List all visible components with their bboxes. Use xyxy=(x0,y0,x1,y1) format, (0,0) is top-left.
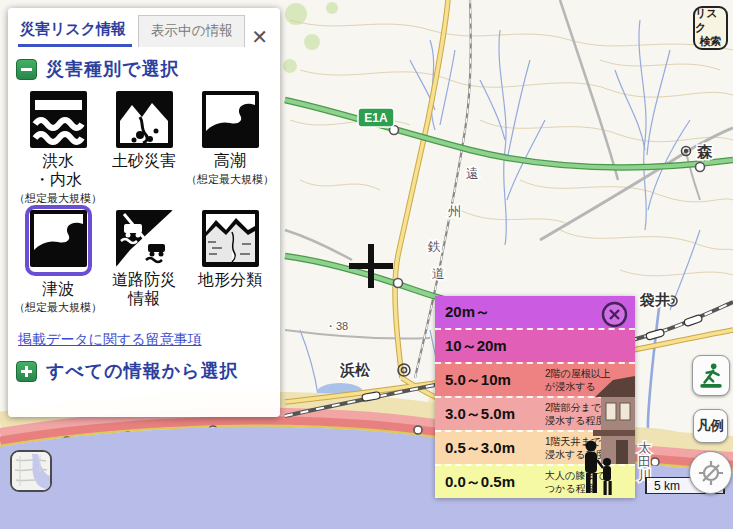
disaster-type-landslide[interactable]: 土砂災害 xyxy=(102,89,186,208)
evacuation-person-button[interactable] xyxy=(692,355,730,396)
legend-toggle-button[interactable]: 凡例 xyxy=(693,409,728,443)
legend-range: 3.0～5.0m xyxy=(445,405,541,424)
tab-displayed-info[interactable]: 表示中の情報 xyxy=(138,15,245,47)
panel-close-icon[interactable]: ✕ xyxy=(247,27,272,47)
legend-note: 2階の屋根以上 が浸水する xyxy=(545,367,611,393)
legend-note: 1階天井まで 浸水する程度 xyxy=(545,435,605,461)
disaster-type-storm-surge[interactable]: 高潮 （想定最大規模） xyxy=(186,89,274,208)
section-all-info: すべての情報から選択 xyxy=(16,359,272,383)
tsunami-icon xyxy=(30,210,87,267)
landform-icon xyxy=(202,210,259,267)
svg-text:田: 田 xyxy=(638,454,651,469)
legend-range: 0.0～0.5m xyxy=(445,473,541,492)
legend-range: 0.5～3.0m xyxy=(445,439,541,458)
expressway-shield: E1A xyxy=(358,108,394,127)
disaster-risk-panel: 災害リスク情報 表示中の情報 ✕ 災害種別で選択 洪水・内水 （想定最大規模） xyxy=(8,8,280,417)
map-label-mori: 森 xyxy=(696,143,713,160)
svg-text:鉄: 鉄 xyxy=(427,239,441,254)
legend-range: 20m～ xyxy=(445,303,541,322)
legend-row: 3.0～5.0m 2階部分まで 浸水する程度 xyxy=(435,396,635,430)
section-select-by-type: 災害種別で選択 xyxy=(16,57,272,81)
map-label-fukuroi: 袋井 xyxy=(639,291,670,308)
section-title: すべての情報から選択 xyxy=(46,359,239,383)
data-notice-row: 掲載データに関する留意事項 xyxy=(18,331,270,349)
person-running-icon xyxy=(698,362,724,390)
legend-row: 0.0～0.5m 大人の膝まで つかる程度 xyxy=(435,464,635,498)
legend-range: 10～20m xyxy=(445,337,541,356)
minimap-icon xyxy=(12,452,50,490)
data-notice-link[interactable]: 掲載データに関する留意事項 xyxy=(18,331,202,347)
expand-plus-icon[interactable] xyxy=(16,361,37,382)
legend-range: 5.0～10m xyxy=(445,371,541,390)
flood-icon xyxy=(30,91,87,148)
legend-row: 10～20m xyxy=(435,328,635,362)
legend-row: 0.5～3.0m 1階天井まで 浸水する程度 xyxy=(435,430,635,464)
disaster-type-tsunami[interactable]: 津波 （想定最大規模） xyxy=(14,208,102,327)
selected-highlight-border xyxy=(25,205,92,276)
road-disaster-icon xyxy=(116,210,173,267)
legend-note: 大人の膝まで つかる程度 xyxy=(545,469,606,495)
disaster-type-grid: 洪水・内水 （想定最大規模） 土砂災害 高潮 （想定最大規模） xyxy=(8,89,280,327)
panel-tabs: 災害リスク情報 表示中の情報 ✕ xyxy=(8,8,280,47)
legend-row: 5.0～10m 2階の屋根以上 が浸水する xyxy=(435,362,635,396)
current-location-button[interactable] xyxy=(689,451,732,494)
risk-search-button[interactable]: リスク 検索 xyxy=(693,6,728,50)
legend-note: 2階部分まで 浸水する程度 xyxy=(545,401,605,427)
map-label-hamamatsu: 浜松 xyxy=(339,361,371,379)
map-label-spot-elevation: ・38 xyxy=(325,320,348,332)
section-title: 災害種別で選択 xyxy=(46,57,179,81)
expressway-shield-label: E1A xyxy=(364,111,388,125)
disaster-type-flood[interactable]: 洪水・内水 （想定最大規模） xyxy=(14,89,102,208)
svg-text:太: 太 xyxy=(638,440,651,455)
legend-close-icon[interactable] xyxy=(601,301,628,328)
svg-text:州: 州 xyxy=(448,204,461,219)
tsunami-depth-legend: 20m～ 10～20m 5.0～10m 2階の屋根以上 が浸水する 3.0～5.… xyxy=(435,296,635,498)
disaster-type-landform[interactable]: 地形分類 xyxy=(186,208,274,327)
tab-disaster-risk-info[interactable]: 災害リスク情報 xyxy=(18,16,132,47)
location-target-icon xyxy=(697,459,725,487)
landslide-icon xyxy=(116,91,173,148)
storm-surge-icon xyxy=(202,91,259,148)
svg-text:遠: 遠 xyxy=(466,166,479,181)
overview-minimap-button[interactable] xyxy=(10,450,52,492)
svg-text:道: 道 xyxy=(432,266,445,281)
disaster-type-road-disaster[interactable]: 道路防災情報 xyxy=(102,208,186,327)
collapse-minus-icon[interactable] xyxy=(16,59,37,80)
